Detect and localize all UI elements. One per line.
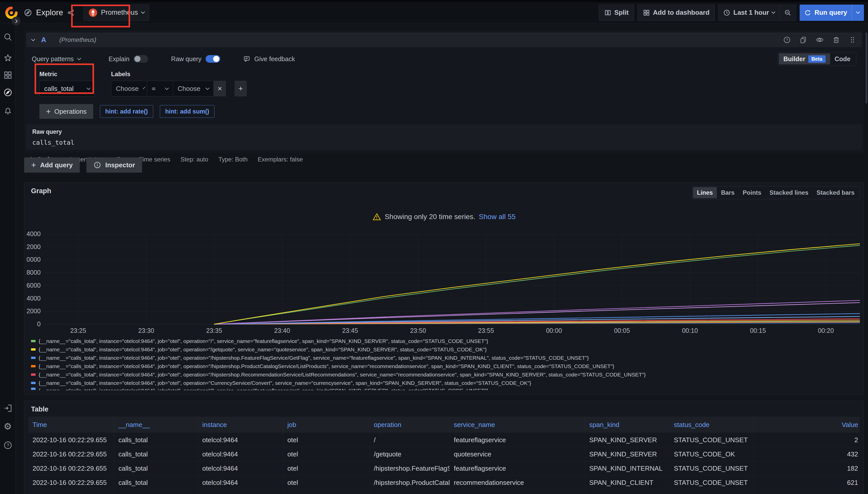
add-label-filter-button[interactable]: + [235,81,247,96]
metric-label: Metric [39,71,95,78]
query-patterns-dropdown[interactable]: Query patterns [32,55,80,63]
explore-compass-icon[interactable] [3,88,13,97]
legend-label: {__name__="calls_total", instance="otelc… [39,380,531,386]
label-value-select[interactable]: Choose [173,81,214,96]
table-cell: 182 [754,461,860,475]
column-header-servicename[interactable]: service_name [450,417,585,433]
star-icon[interactable] [3,53,13,62]
svg-text:?: ? [786,38,788,42]
table-cell: STATUS_CODE_UNSET [670,433,754,447]
time-series-chart[interactable]: 0200040006000800010000120001400023:2523:… [26,228,862,335]
column-header-statuscode[interactable]: status_code [670,417,754,433]
graph-mode-lines[interactable]: Lines [693,187,717,198]
give-feedback-link[interactable]: Give feedback [243,55,295,63]
legend-label: {__name__="calls_total", instance="otelc… [39,388,488,390]
chevron-down-icon [143,87,145,89]
chevron-down-icon [87,86,91,90]
table-cell: STATUS_CODE_UNSET [670,461,754,475]
column-header-time[interactable]: Time [29,417,114,433]
graph-panel: Graph LinesBarsPointsStacked linesStacke… [24,182,864,395]
split-button[interactable]: Split [599,4,634,21]
code-mode-button[interactable]: Code [830,53,855,64]
legend-item[interactable]: {__name__="calls_total", instance="otelc… [31,370,858,379]
inspector-button[interactable]: Inspector [86,157,142,173]
run-query-caret[interactable] [852,4,864,21]
builder-label: Builder [783,55,805,63]
zoom-out-button[interactable] [780,5,796,21]
sign-in-icon[interactable] [3,404,13,413]
raw-query-toggle[interactable] [205,55,220,63]
legend-swatch [31,348,36,350]
show-all-series-link[interactable]: Show all 55 [479,213,516,221]
metric-select[interactable]: calls_total [39,81,95,96]
legend-swatch [31,365,36,367]
legend-item[interactable]: {__name__="calls_total", instance="otelc… [31,379,858,387]
explain-toggle[interactable] [133,55,148,63]
copy-icon[interactable] [799,36,807,44]
help-icon[interactable]: ? [783,36,791,44]
legend-item[interactable]: {__name__="calls_total", instance="otelc… [31,345,858,354]
legend-label: {__name__="calls_total", instance="otelc… [39,363,614,369]
legend-item[interactable]: {__name__="calls_total", instance="otelc… [31,337,858,345]
svg-text:23:45: 23:45 [342,327,358,334]
svg-text:23:50: 23:50 [410,327,426,334]
graph-mode-bars[interactable]: Bars [717,187,738,198]
remove-label-filter-button[interactable]: × [214,81,226,96]
svg-text:00:00: 00:00 [546,327,562,334]
graph-mode-points[interactable]: Points [739,187,765,198]
table-cell: calls_total [114,433,198,447]
column-header-value[interactable]: Value [754,417,860,433]
column-header-job[interactable]: job [283,417,370,433]
trash-icon[interactable] [832,36,840,44]
datasource-picker[interactable]: Prometheus [84,4,149,21]
hint-add-rate-button[interactable]: hint: add rate() [100,105,153,118]
column-header-instance[interactable]: instance [198,417,283,433]
svg-text:23:25: 23:25 [70,327,86,334]
run-query-button[interactable]: Run query [800,4,864,21]
help-circle-icon[interactable]: ? [3,441,13,450]
bell-icon[interactable] [3,106,13,115]
time-range-button[interactable]: Last 1 hour [719,5,779,21]
sidebar-expand-button[interactable] [12,17,20,25]
gear-icon[interactable]: ⚙ [3,422,12,431]
graph-mode-stacked-lines[interactable]: Stacked lines [765,187,812,198]
add-query-button[interactable]: + Add query [24,157,80,173]
column-header-name[interactable]: __name__ [114,417,198,433]
label-operator-select[interactable]: = [147,81,173,96]
collapse-chevron-icon[interactable] [31,37,35,41]
hint-add-sum-button[interactable]: hint: add sum() [160,105,215,118]
series-limit-warning: Showing only 20 time series. Show all 55 [24,212,864,221]
search-icon[interactable] [3,33,13,42]
legend-item[interactable]: {__name__="calls_total", instance="otelc… [31,387,858,390]
drag-handle-icon[interactable] [849,36,856,44]
add-to-dashboard-button[interactable]: Add to dashboard [637,4,715,21]
operations-button[interactable]: + Operations [39,104,93,119]
share-alt-icon[interactable] [67,9,74,16]
legend-item[interactable]: {__name__="calls_total", instance="otelc… [31,362,858,370]
eye-icon[interactable] [816,36,824,44]
graph-mode-stacked-bars[interactable]: Stacked bars [813,187,858,198]
code-label: Code [835,55,851,63]
chevron-down-icon [772,10,776,14]
svg-text:12000: 12000 [26,243,41,250]
query-row-header[interactable]: A (Prometheus) ? [26,33,862,47]
table-cell: STATUS_CODE_UNSET [670,490,754,494]
table-cell: /hipstershop.ProductCatalogS… [370,475,450,490]
label-key-select[interactable]: Choose [111,81,147,96]
table-cell: STATUS_CODE_UNSET [670,475,754,490]
table-cell: featureflagservice [450,461,585,475]
column-header-spankind[interactable]: span_kind [585,417,670,433]
legend-item[interactable]: {__name__="calls_total", instance="otelc… [31,354,858,362]
scrollbar-thumb[interactable] [866,33,868,103]
svg-text:23:40: 23:40 [274,327,290,334]
builder-mode-button[interactable]: Builder Beta [779,53,830,64]
label-operator-value: = [152,85,156,93]
legend-label: {__name__="calls_total", instance="otelc… [39,338,488,344]
split-label: Split [614,8,629,17]
apps-icon[interactable] [3,71,13,80]
table-panel: Table Time__name__instancejoboperationse… [24,401,864,494]
sidebar: ⚙ ? [0,23,16,494]
top-strip [0,0,868,2]
table-cell: 2022-10-16 00:22:29.655 [29,461,114,475]
column-header-operation[interactable]: operation [370,417,450,433]
